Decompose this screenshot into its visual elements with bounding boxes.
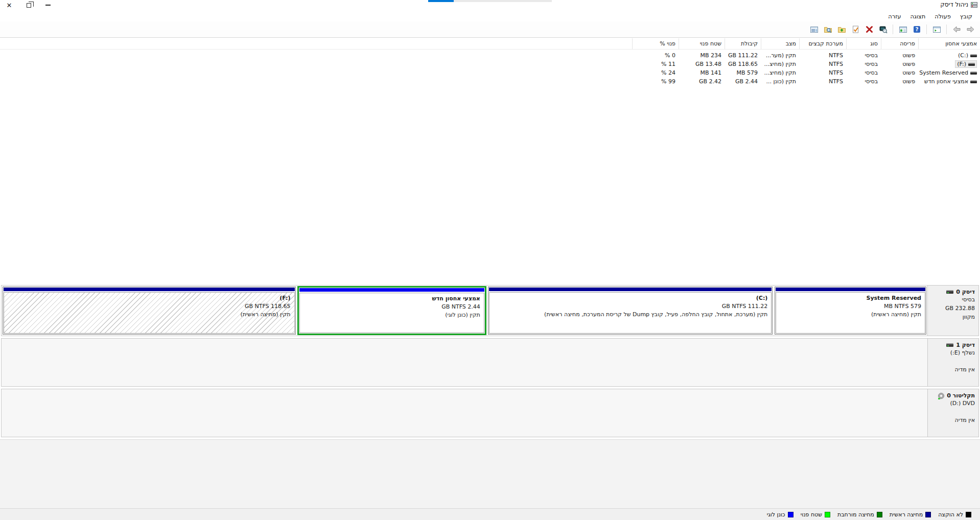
volume-icon [970, 54, 977, 57]
volume-capacity: 2.44 GB [725, 77, 761, 86]
menu-file[interactable]: קובץ [955, 12, 977, 21]
partition-f-selected[interactable]: (F:) 118.65 GB NTFS תקין (מחיצה ראשית) [3, 287, 296, 335]
volume-capacity: 579 MB [725, 68, 761, 77]
col-header-type[interactable]: סוג [846, 38, 881, 50]
partition-status: תקין (כונן לוגי) [302, 311, 480, 319]
disk-1-row: דיסק 1 נשלף (E:) אין מדיה [1, 338, 979, 387]
table-row-volume-system-reserved[interactable]: System Reserved פשוט בסיסי NTFS תקין (מח… [0, 68, 980, 77]
view-settings-icon[interactable] [877, 24, 889, 35]
legend-logical-drive: כונן לוגי [767, 511, 794, 518]
volume-status: תקין (כונן ... [761, 77, 799, 86]
volume-pct-free: 0 % [632, 51, 679, 60]
partition-system-reserved[interactable]: System Reserved 579 MB NTFS תקין (מחיצה … [775, 287, 926, 335]
col-header-status[interactable]: מצב [761, 38, 799, 50]
volume-type: בסיסי [846, 68, 881, 77]
back-arrow-icon[interactable] [951, 24, 962, 35]
col-header-pct-free[interactable]: פנוי % [632, 38, 679, 50]
menu-view[interactable]: תצוגה [905, 12, 930, 21]
disk-0-type: בסיסי [930, 295, 975, 304]
volume-name: (F:) [957, 60, 966, 68]
volume-layout: פשוט [881, 51, 918, 60]
col-header-capacity[interactable]: קיבולת [725, 38, 761, 50]
volumes-list-view: אמצעי אחסון פריסה סוג מערכת קבצים מצב קי… [0, 38, 980, 283]
selected-volume-highlight: (F:) [955, 60, 977, 68]
disk-1-type: נשלף (E:) [930, 348, 975, 357]
volume-pct-free: 99 % [632, 77, 679, 86]
primary-partition-stripe [489, 288, 772, 291]
disk-0-size: 232.88 GB [930, 304, 975, 313]
legend-swatch-primary [925, 512, 931, 517]
partition-new-volume-extended[interactable]: אמצעי אחסון חדש 2.44 GB NTFS תקין (כונן … [297, 286, 486, 335]
table-row-volume-f-selected[interactable]: (F:) פשוט בסיסי NTFS תקין (מחיצ... 118.6… [0, 60, 980, 68]
table-row-volume-new[interactable]: אמצעי אחסון חדש פשוט בסיסי NTFS תקין (כו… [0, 77, 980, 86]
col-header-file-system[interactable]: מערכת קבצים [799, 38, 846, 50]
toolbar-separator [926, 25, 927, 34]
cdrom-0-no-media-area[interactable] [2, 389, 927, 437]
volume-name: (C:) [958, 51, 968, 60]
cdrom-0-row: תקליטור 0 (D:) DVD אין מדיה [1, 389, 979, 437]
volume-fs: NTFS [799, 51, 846, 60]
explore-folder-icon[interactable] [822, 24, 833, 35]
table-row-volume-c[interactable]: (C:) פשוט בסיסי NTFS תקין (מער... 111.22… [0, 51, 980, 60]
legend-swatch-free-space [825, 512, 830, 517]
legend-primary-partition: מחיצה ראשית [890, 511, 931, 518]
volume-pct-free: 11 % [632, 60, 679, 68]
selected-partition-hatch: (F:) 118.65 GB NTFS תקין (מחיצה ראשית) [4, 292, 295, 334]
restore-button[interactable] [24, 1, 34, 10]
volume-capacity: 111.22 GB [725, 51, 761, 60]
menu-bar: קובץ פעולה תצוגה עזרה [0, 11, 980, 21]
graphical-view: דיסק 0 בסיסי 232.88 GB מקוון System Rese… [0, 283, 980, 508]
disk-1-info-panel[interactable]: דיסק 1 נשלף (E:) אין מדיה [927, 339, 978, 386]
toolbar-separator [946, 25, 947, 34]
menu-action[interactable]: פעולה [930, 12, 955, 21]
minimize-icon [45, 5, 51, 6]
cdrom-0-info-panel[interactable]: תקליטור 0 (D:) DVD אין מדיה [927, 389, 978, 437]
disk-1-media-status: אין מדיה [930, 365, 975, 374]
disk-1-no-media-area[interactable] [2, 339, 927, 386]
list-view-icon[interactable] [808, 24, 820, 35]
minimize-button[interactable] [43, 1, 53, 10]
partition-c[interactable]: (C:) 111.22 GB NTFS תקין (מערכת, אתחול, … [488, 287, 773, 335]
toolbar: ? [0, 21, 980, 38]
volume-icon [970, 80, 977, 83]
help-icon[interactable]: ? [911, 24, 922, 35]
partition-name: אמצעי אחסון חדש [302, 295, 480, 303]
partition-size: 111.22 GB NTFS [492, 302, 767, 311]
window-title: ניהול דיסק [940, 1, 968, 8]
legend-unallocated: לא הוקצה [938, 511, 971, 518]
col-header-volume[interactable]: אמצעי אחסון [918, 38, 980, 50]
volume-icon [968, 63, 975, 66]
legend-swatch-logical [788, 512, 794, 517]
col-header-layout[interactable]: פריסה [881, 38, 918, 50]
partition-status: תקין (מערכת, אתחול, קובץ החלפה, פעיל, קו… [492, 311, 767, 319]
col-header-free-space[interactable]: שטח פנוי [679, 38, 725, 50]
volume-free: 234 MB [679, 51, 725, 60]
volume-free: 13.48 GB [679, 60, 725, 68]
disk-0-partitions: System Reserved 579 MB NTFS תקין (מחיצה … [2, 286, 927, 336]
volume-type: בסיסי [846, 51, 881, 60]
show-console-tree-icon[interactable] [931, 24, 942, 35]
background-window-strip [454, 0, 552, 2]
removable-disk-icon [946, 343, 953, 347]
volume-free: 141 MB [679, 68, 725, 77]
disk-0-info-panel[interactable]: דיסק 0 בסיסי 232.88 GB מקוון [927, 286, 978, 336]
partition-status: תקין (מחיצה ראשית) [778, 311, 921, 319]
volume-layout: פשוט [881, 77, 918, 86]
primary-partition-stripe [4, 288, 295, 291]
volume-type: בסיסי [846, 77, 881, 86]
volume-status: תקין (מחיצ... [761, 60, 799, 68]
close-button[interactable]: ✕ [4, 1, 14, 10]
mark-partition-active-icon[interactable] [850, 24, 861, 35]
volume-status: תקין (מער... [761, 51, 799, 60]
properties-window-icon[interactable] [897, 24, 908, 35]
volume-free: 2.42 GB [679, 77, 725, 86]
menu-help[interactable]: עזרה [883, 12, 905, 21]
open-folder-icon[interactable] [836, 24, 847, 35]
legend-swatch-unallocated [966, 512, 971, 517]
delete-volume-icon[interactable] [864, 24, 875, 35]
volume-icon [970, 72, 977, 75]
partition-size: 118.65 GB NTFS [6, 302, 291, 311]
forward-arrow-icon[interactable] [965, 24, 976, 35]
volume-name: אמצעי אחסון חדש [924, 77, 968, 86]
app-icon [971, 2, 977, 8]
